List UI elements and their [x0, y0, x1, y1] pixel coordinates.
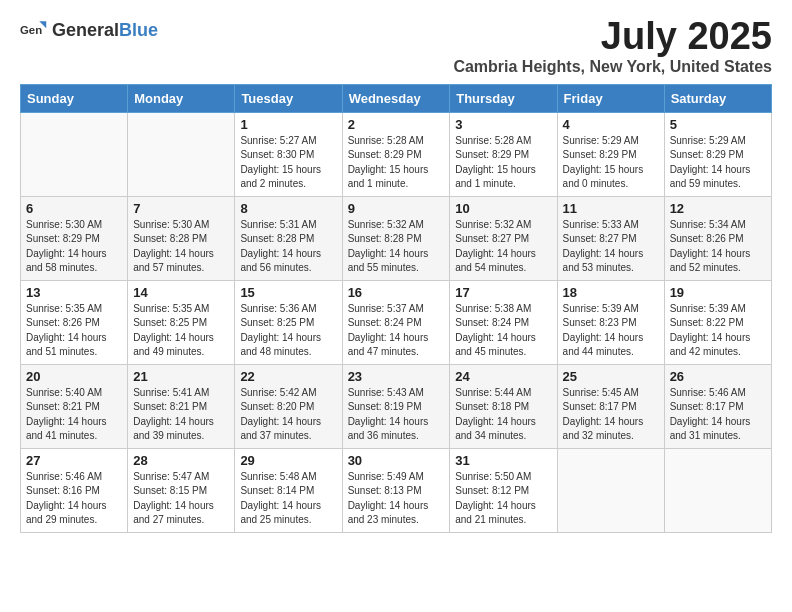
day-number: 23 [348, 369, 445, 384]
day-info: Sunrise: 5:43 AMSunset: 8:19 PMDaylight:… [348, 386, 445, 444]
calendar-day-cell: 1Sunrise: 5:27 AMSunset: 8:30 PMDaylight… [235, 112, 342, 196]
calendar-day-cell: 14Sunrise: 5:35 AMSunset: 8:25 PMDayligh… [128, 280, 235, 364]
header: Gen GeneralBlue July 2025 Cambria Height… [20, 16, 772, 76]
day-info: Sunrise: 5:40 AMSunset: 8:21 PMDaylight:… [26, 386, 122, 444]
day-info: Sunrise: 5:30 AMSunset: 8:28 PMDaylight:… [133, 218, 229, 276]
day-info: Sunrise: 5:41 AMSunset: 8:21 PMDaylight:… [133, 386, 229, 444]
calendar-day-cell: 15Sunrise: 5:36 AMSunset: 8:25 PMDayligh… [235, 280, 342, 364]
day-info: Sunrise: 5:39 AMSunset: 8:22 PMDaylight:… [670, 302, 766, 360]
calendar-day-cell: 12Sunrise: 5:34 AMSunset: 8:26 PMDayligh… [664, 196, 771, 280]
calendar-day-cell: 10Sunrise: 5:32 AMSunset: 8:27 PMDayligh… [450, 196, 557, 280]
calendar-day-cell: 29Sunrise: 5:48 AMSunset: 8:14 PMDayligh… [235, 448, 342, 532]
day-info: Sunrise: 5:28 AMSunset: 8:29 PMDaylight:… [455, 134, 551, 192]
day-number: 29 [240, 453, 336, 468]
location-title: Cambria Heights, New York, United States [453, 58, 772, 76]
calendar-day-cell: 22Sunrise: 5:42 AMSunset: 8:20 PMDayligh… [235, 364, 342, 448]
day-number: 4 [563, 117, 659, 132]
day-info: Sunrise: 5:46 AMSunset: 8:16 PMDaylight:… [26, 470, 122, 528]
calendar-day-cell: 13Sunrise: 5:35 AMSunset: 8:26 PMDayligh… [21, 280, 128, 364]
calendar-day-cell: 2Sunrise: 5:28 AMSunset: 8:29 PMDaylight… [342, 112, 450, 196]
calendar-day-cell: 16Sunrise: 5:37 AMSunset: 8:24 PMDayligh… [342, 280, 450, 364]
day-info: Sunrise: 5:32 AMSunset: 8:28 PMDaylight:… [348, 218, 445, 276]
day-info: Sunrise: 5:46 AMSunset: 8:17 PMDaylight:… [670, 386, 766, 444]
calendar-day-cell: 28Sunrise: 5:47 AMSunset: 8:15 PMDayligh… [128, 448, 235, 532]
calendar-day-cell: 24Sunrise: 5:44 AMSunset: 8:18 PMDayligh… [450, 364, 557, 448]
day-number: 30 [348, 453, 445, 468]
calendar-day-header: Saturday [664, 84, 771, 112]
day-number: 22 [240, 369, 336, 384]
day-info: Sunrise: 5:42 AMSunset: 8:20 PMDaylight:… [240, 386, 336, 444]
day-info: Sunrise: 5:45 AMSunset: 8:17 PMDaylight:… [563, 386, 659, 444]
day-info: Sunrise: 5:27 AMSunset: 8:30 PMDaylight:… [240, 134, 336, 192]
calendar-week-row: 20Sunrise: 5:40 AMSunset: 8:21 PMDayligh… [21, 364, 772, 448]
day-info: Sunrise: 5:35 AMSunset: 8:25 PMDaylight:… [133, 302, 229, 360]
calendar-week-row: 6Sunrise: 5:30 AMSunset: 8:29 PMDaylight… [21, 196, 772, 280]
calendar-day-cell: 9Sunrise: 5:32 AMSunset: 8:28 PMDaylight… [342, 196, 450, 280]
calendar-day-cell: 11Sunrise: 5:33 AMSunset: 8:27 PMDayligh… [557, 196, 664, 280]
day-info: Sunrise: 5:38 AMSunset: 8:24 PMDaylight:… [455, 302, 551, 360]
day-info: Sunrise: 5:47 AMSunset: 8:15 PMDaylight:… [133, 470, 229, 528]
day-info: Sunrise: 5:29 AMSunset: 8:29 PMDaylight:… [670, 134, 766, 192]
day-info: Sunrise: 5:35 AMSunset: 8:26 PMDaylight:… [26, 302, 122, 360]
calendar-day-cell: 23Sunrise: 5:43 AMSunset: 8:19 PMDayligh… [342, 364, 450, 448]
calendar-day-cell: 26Sunrise: 5:46 AMSunset: 8:17 PMDayligh… [664, 364, 771, 448]
calendar-day-cell: 25Sunrise: 5:45 AMSunset: 8:17 PMDayligh… [557, 364, 664, 448]
day-number: 13 [26, 285, 122, 300]
calendar-day-cell: 8Sunrise: 5:31 AMSunset: 8:28 PMDaylight… [235, 196, 342, 280]
calendar-day-cell [21, 112, 128, 196]
calendar-day-cell: 20Sunrise: 5:40 AMSunset: 8:21 PMDayligh… [21, 364, 128, 448]
day-info: Sunrise: 5:29 AMSunset: 8:29 PMDaylight:… [563, 134, 659, 192]
day-number: 11 [563, 201, 659, 216]
calendar-header-row: SundayMondayTuesdayWednesdayThursdayFrid… [21, 84, 772, 112]
day-number: 8 [240, 201, 336, 216]
day-number: 10 [455, 201, 551, 216]
calendar-day-header: Sunday [21, 84, 128, 112]
calendar-day-cell: 5Sunrise: 5:29 AMSunset: 8:29 PMDaylight… [664, 112, 771, 196]
calendar-day-cell: 21Sunrise: 5:41 AMSunset: 8:21 PMDayligh… [128, 364, 235, 448]
day-info: Sunrise: 5:30 AMSunset: 8:29 PMDaylight:… [26, 218, 122, 276]
day-number: 27 [26, 453, 122, 468]
day-info: Sunrise: 5:44 AMSunset: 8:18 PMDaylight:… [455, 386, 551, 444]
day-info: Sunrise: 5:32 AMSunset: 8:27 PMDaylight:… [455, 218, 551, 276]
day-number: 5 [670, 117, 766, 132]
day-number: 28 [133, 453, 229, 468]
calendar-day-header: Tuesday [235, 84, 342, 112]
calendar: SundayMondayTuesdayWednesdayThursdayFrid… [20, 84, 772, 533]
logo-general: General [52, 20, 119, 40]
day-info: Sunrise: 5:28 AMSunset: 8:29 PMDaylight:… [348, 134, 445, 192]
day-number: 12 [670, 201, 766, 216]
calendar-day-cell: 30Sunrise: 5:49 AMSunset: 8:13 PMDayligh… [342, 448, 450, 532]
calendar-day-header: Friday [557, 84, 664, 112]
day-info: Sunrise: 5:37 AMSunset: 8:24 PMDaylight:… [348, 302, 445, 360]
calendar-week-row: 13Sunrise: 5:35 AMSunset: 8:26 PMDayligh… [21, 280, 772, 364]
day-info: Sunrise: 5:33 AMSunset: 8:27 PMDaylight:… [563, 218, 659, 276]
calendar-day-cell: 6Sunrise: 5:30 AMSunset: 8:29 PMDaylight… [21, 196, 128, 280]
day-number: 16 [348, 285, 445, 300]
day-number: 26 [670, 369, 766, 384]
day-number: 3 [455, 117, 551, 132]
day-info: Sunrise: 5:39 AMSunset: 8:23 PMDaylight:… [563, 302, 659, 360]
month-title: July 2025 [453, 16, 772, 58]
calendar-day-header: Thursday [450, 84, 557, 112]
calendar-day-cell: 3Sunrise: 5:28 AMSunset: 8:29 PMDaylight… [450, 112, 557, 196]
day-number: 20 [26, 369, 122, 384]
title-area: July 2025 Cambria Heights, New York, Uni… [453, 16, 772, 76]
day-number: 31 [455, 453, 551, 468]
day-number: 19 [670, 285, 766, 300]
day-info: Sunrise: 5:34 AMSunset: 8:26 PMDaylight:… [670, 218, 766, 276]
day-number: 24 [455, 369, 551, 384]
calendar-day-cell: 27Sunrise: 5:46 AMSunset: 8:16 PMDayligh… [21, 448, 128, 532]
day-info: Sunrise: 5:50 AMSunset: 8:12 PMDaylight:… [455, 470, 551, 528]
day-number: 15 [240, 285, 336, 300]
calendar-day-cell: 18Sunrise: 5:39 AMSunset: 8:23 PMDayligh… [557, 280, 664, 364]
day-info: Sunrise: 5:48 AMSunset: 8:14 PMDaylight:… [240, 470, 336, 528]
calendar-day-cell: 4Sunrise: 5:29 AMSunset: 8:29 PMDaylight… [557, 112, 664, 196]
calendar-day-cell [664, 448, 771, 532]
day-info: Sunrise: 5:31 AMSunset: 8:28 PMDaylight:… [240, 218, 336, 276]
svg-text:Gen: Gen [20, 24, 42, 36]
logo-blue: Blue [119, 20, 158, 40]
calendar-day-cell [557, 448, 664, 532]
day-number: 21 [133, 369, 229, 384]
calendar-week-row: 27Sunrise: 5:46 AMSunset: 8:16 PMDayligh… [21, 448, 772, 532]
day-number: 6 [26, 201, 122, 216]
